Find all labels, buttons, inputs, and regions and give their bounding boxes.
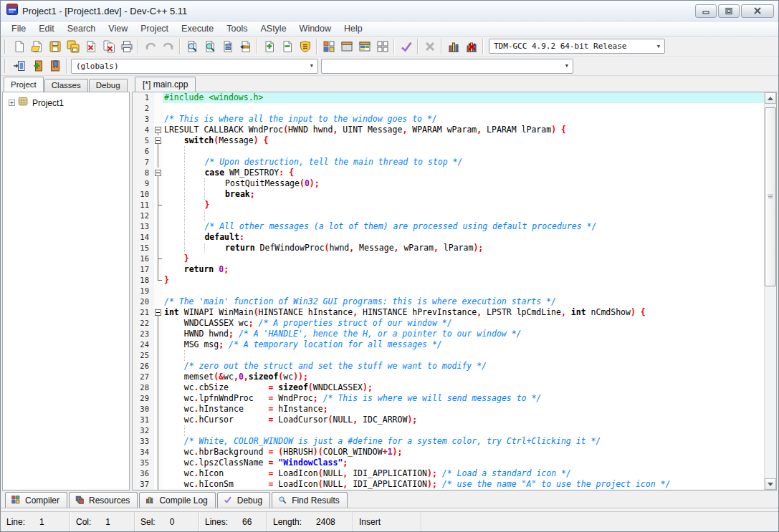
class-member-select[interactable]: ▼ bbox=[321, 59, 573, 74]
profile-button[interactable] bbox=[444, 38, 462, 55]
menu-help[interactable]: Help bbox=[338, 21, 369, 36]
redo-button[interactable] bbox=[159, 38, 177, 55]
report-tab-label: Resources bbox=[89, 495, 130, 506]
run-icon bbox=[340, 40, 353, 53]
fold-line-icon bbox=[158, 468, 158, 479]
fold-margin[interactable] bbox=[154, 168, 163, 178]
rebuild-all-button[interactable] bbox=[373, 38, 391, 55]
sidebar-tab-project[interactable]: Project bbox=[4, 77, 44, 92]
code-text: memset(&wc,0,sizeof(wc)); bbox=[163, 372, 764, 382]
editor-tab-main-cpp[interactable]: [*] main.cpp bbox=[135, 77, 196, 92]
menu-window[interactable]: Window bbox=[293, 21, 338, 36]
abort-icon bbox=[424, 40, 436, 53]
fold-margin bbox=[154, 296, 163, 307]
main-area: + Project1 1#include <windows.h>23/* Thi… bbox=[1, 92, 778, 490]
maximize-button[interactable] bbox=[718, 4, 740, 18]
toggle-bookmark-button[interactable] bbox=[28, 57, 46, 74]
compiler-select[interactable]: TDM-GCC 4.9.2 64-bit Release▼ bbox=[489, 39, 665, 54]
fold-collapse-icon[interactable] bbox=[155, 137, 161, 144]
menu-view[interactable]: View bbox=[102, 21, 134, 36]
code-line: 18} bbox=[133, 275, 764, 286]
code-editor[interactable]: 1#include <windows.h>23/* This is where … bbox=[132, 92, 777, 490]
code-line: 21int WINAPI WinMain(HINSTANCE hInstance… bbox=[133, 307, 764, 318]
code-text: /* White, COLOR_WINDOW is just a #define… bbox=[163, 436, 764, 447]
add-to-project-button[interactable] bbox=[260, 38, 278, 55]
status-label: Lines: bbox=[205, 517, 228, 527]
goto-line-button[interactable] bbox=[236, 38, 254, 55]
sidebar-tab-classes[interactable]: Classes bbox=[44, 79, 88, 92]
remove-from-project-button[interactable] bbox=[278, 38, 296, 55]
replace-button[interactable] bbox=[201, 38, 219, 55]
fold-margin bbox=[154, 275, 163, 286]
compile-and-run-button[interactable] bbox=[355, 38, 373, 55]
close-button[interactable] bbox=[741, 4, 774, 18]
minimize-icon bbox=[703, 11, 709, 14]
print-button[interactable] bbox=[118, 38, 135, 55]
line-number: 7 bbox=[133, 157, 154, 168]
menu-edit[interactable]: Edit bbox=[32, 21, 61, 36]
report-tab-debug[interactable]: Debug bbox=[217, 492, 270, 508]
menu-execute[interactable]: Execute bbox=[175, 21, 220, 36]
minimize-button[interactable] bbox=[695, 4, 717, 18]
goto-bookmark-button[interactable] bbox=[46, 57, 64, 74]
tree-expander-icon[interactable]: + bbox=[9, 100, 15, 106]
menu-astyle[interactable]: AStyle bbox=[254, 21, 292, 36]
fold-margin[interactable] bbox=[154, 307, 163, 318]
toolbar-separator bbox=[138, 39, 139, 54]
code-line: 14 default: bbox=[133, 232, 764, 243]
fold-collapse-icon[interactable] bbox=[155, 127, 161, 133]
code-line: 27 memset(&wc,0,sizeof(wc)); bbox=[133, 372, 764, 382]
open-file-button[interactable] bbox=[28, 38, 46, 55]
project-properties-button[interactable] bbox=[296, 38, 314, 55]
fold-collapse-icon[interactable] bbox=[155, 309, 161, 316]
menu-project[interactable]: Project bbox=[134, 21, 175, 36]
save-button[interactable] bbox=[46, 38, 64, 55]
report-tab-resources[interactable]: Resources bbox=[69, 492, 138, 508]
tree-item-project1[interactable]: + Project1 bbox=[3, 92, 129, 110]
close-file-button[interactable] bbox=[82, 38, 100, 55]
save-all-button[interactable] bbox=[64, 38, 82, 55]
menu-file[interactable]: File bbox=[5, 21, 32, 36]
find-button[interactable] bbox=[183, 38, 201, 55]
undo-button[interactable] bbox=[141, 38, 159, 55]
code-line: 12 bbox=[133, 211, 764, 221]
menu-tools[interactable]: Tools bbox=[220, 21, 254, 36]
syntax-check-button[interactable] bbox=[397, 38, 415, 55]
code-line: 34 wc.hbrBackground = (HBRUSH)(COLOR_WIN… bbox=[133, 447, 764, 458]
resources-tab-icon bbox=[75, 495, 85, 506]
report-tab-compile-log[interactable]: Compile Log bbox=[139, 492, 215, 508]
scrollbar-thumb[interactable] bbox=[765, 107, 776, 286]
code-line: 2 bbox=[133, 103, 764, 114]
status-value: 1 bbox=[105, 517, 110, 527]
scroll-up-arrow-icon[interactable] bbox=[765, 92, 776, 104]
line-number: 34 bbox=[133, 447, 154, 458]
menu-search[interactable]: Search bbox=[61, 21, 102, 36]
report-tab-find-results[interactable]: Find Results bbox=[272, 492, 348, 508]
fold-margin bbox=[154, 189, 163, 200]
code-line: 24 MSG msg; /* A temporary location for … bbox=[133, 339, 764, 350]
fold-collapse-icon[interactable] bbox=[155, 170, 161, 176]
toolbar-grip[interactable] bbox=[4, 59, 6, 73]
code-line: 6 bbox=[133, 146, 764, 157]
new-file-button[interactable] bbox=[10, 38, 28, 55]
insert-button[interactable] bbox=[10, 57, 28, 74]
scroll-down-arrow-icon[interactable] bbox=[765, 478, 776, 490]
fold-margin[interactable] bbox=[154, 125, 163, 135]
fold-margin[interactable] bbox=[154, 135, 163, 146]
compile-button[interactable] bbox=[320, 38, 338, 55]
close-all-button[interactable] bbox=[100, 38, 118, 55]
toolbar-grip[interactable] bbox=[4, 39, 6, 54]
vertical-scrollbar[interactable] bbox=[764, 92, 776, 490]
class-scope-select[interactable]: (globals)▼ bbox=[71, 59, 318, 74]
code-text: wc.cbSize = sizeof(WNDCLASSEX); bbox=[163, 382, 764, 393]
fold-margin bbox=[154, 232, 163, 243]
report-tab-compiler[interactable]: Compiler bbox=[5, 492, 67, 508]
delete-profiling-button[interactable] bbox=[462, 38, 480, 55]
title-bar[interactable]: Project1 - [Project1.dev] - Dev-C++ 5.11 bbox=[1, 1, 778, 21]
abort-button[interactable] bbox=[421, 38, 439, 55]
line-number: 29 bbox=[133, 393, 154, 404]
sidebar-tab-debug[interactable]: Debug bbox=[89, 79, 128, 92]
find-in-files-button[interactable] bbox=[219, 38, 236, 55]
run-button[interactable] bbox=[338, 38, 355, 55]
line-number: 30 bbox=[133, 404, 154, 415]
